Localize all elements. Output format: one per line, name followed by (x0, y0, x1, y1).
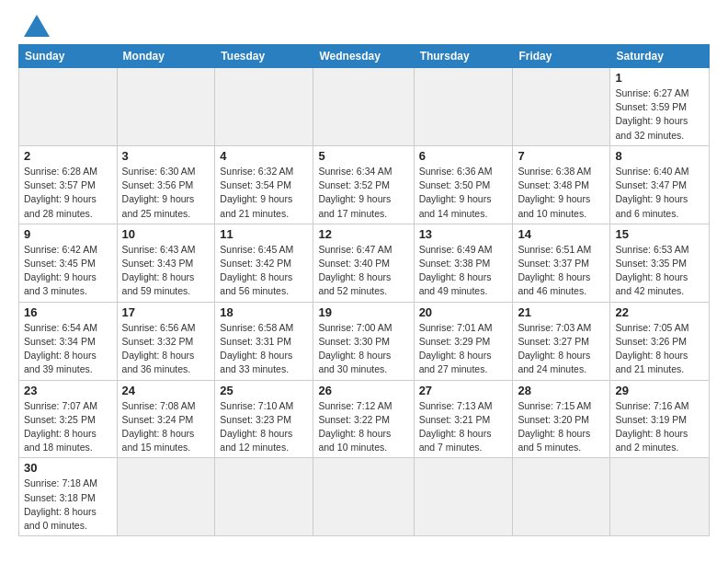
day-info: Sunrise: 7:18 AMSunset: 3:18 PMDaylight:… (24, 477, 112, 533)
calendar-cell: 17Sunrise: 6:56 AMSunset: 3:32 PMDayligh… (117, 302, 215, 380)
day-number: 25 (220, 384, 308, 397)
day-number: 15 (615, 227, 704, 241)
calendar-cell (313, 458, 414, 536)
day-info: Sunrise: 7:03 AMSunset: 3:27 PMDaylight:… (518, 321, 605, 377)
day-info: Sunrise: 7:13 AMSunset: 3:21 PMDaylight:… (419, 399, 508, 455)
day-info: Sunrise: 6:38 AMSunset: 3:48 PMDaylight:… (518, 165, 605, 221)
day-number: 8 (615, 149, 704, 163)
day-info: Sunrise: 6:27 AMSunset: 3:59 PMDaylight:… (615, 86, 704, 143)
calendar-cell: 29Sunrise: 7:16 AMSunset: 3:19 PMDayligh… (610, 380, 710, 458)
calendar-cell: 20Sunrise: 7:01 AMSunset: 3:29 PMDayligh… (414, 302, 513, 380)
calendar-cell (513, 68, 610, 146)
calendar-cell (610, 458, 710, 536)
calendar-cell: 28Sunrise: 7:15 AMSunset: 3:20 PMDayligh… (513, 380, 610, 458)
day-number: 4 (220, 149, 308, 163)
logo (18, 15, 50, 37)
day-info: Sunrise: 7:15 AMSunset: 3:20 PMDaylight:… (518, 399, 605, 455)
calendar-cell: 26Sunrise: 7:12 AMSunset: 3:22 PMDayligh… (313, 380, 414, 458)
calendar-cell (313, 68, 414, 146)
day-number: 22 (615, 305, 704, 319)
day-info: Sunrise: 6:43 AMSunset: 3:43 PMDaylight:… (122, 243, 210, 299)
calendar-cell (117, 68, 215, 146)
day-number: 27 (419, 384, 508, 397)
day-info: Sunrise: 6:58 AMSunset: 3:31 PMDaylight:… (220, 321, 308, 377)
calendar-cell: 23Sunrise: 7:07 AMSunset: 3:25 PMDayligh… (19, 380, 118, 458)
day-number: 23 (24, 384, 112, 397)
day-number: 1 (615, 71, 704, 85)
calendar-cell: 15Sunrise: 6:53 AMSunset: 3:35 PMDayligh… (610, 224, 710, 302)
day-number: 28 (518, 384, 605, 397)
day-number: 30 (24, 461, 112, 475)
col-thursday: Thursday (414, 45, 513, 68)
calendar-cell: 10Sunrise: 6:43 AMSunset: 3:43 PMDayligh… (117, 224, 215, 302)
day-info: Sunrise: 6:28 AMSunset: 3:57 PMDaylight:… (24, 165, 112, 221)
calendar-cell: 5Sunrise: 6:34 AMSunset: 3:52 PMDaylight… (313, 145, 414, 224)
day-info: Sunrise: 7:00 AMSunset: 3:30 PMDaylight:… (318, 321, 408, 377)
calendar-cell: 24Sunrise: 7:08 AMSunset: 3:24 PMDayligh… (117, 380, 215, 458)
col-monday: Monday (117, 45, 215, 68)
calendar-cell: 13Sunrise: 6:49 AMSunset: 3:38 PMDayligh… (414, 224, 513, 302)
day-info: Sunrise: 7:12 AMSunset: 3:22 PMDaylight:… (318, 399, 408, 455)
calendar-cell: 27Sunrise: 7:13 AMSunset: 3:21 PMDayligh… (414, 380, 513, 458)
calendar-cell (215, 458, 313, 536)
logo-area (18, 15, 50, 37)
col-sunday: Sunday (19, 45, 118, 68)
calendar-cell (215, 68, 313, 146)
day-info: Sunrise: 7:01 AMSunset: 3:29 PMDaylight:… (419, 321, 508, 377)
day-number: 3 (122, 149, 210, 163)
day-number: 21 (518, 305, 605, 319)
day-number: 24 (122, 384, 210, 397)
page: Sunday Monday Tuesday Wednesday Thursday… (0, 0, 728, 546)
col-wednesday: Wednesday (313, 45, 414, 68)
calendar-cell: 22Sunrise: 7:05 AMSunset: 3:26 PMDayligh… (610, 302, 710, 380)
day-info: Sunrise: 6:53 AMSunset: 3:35 PMDaylight:… (615, 243, 704, 299)
calendar-cell: 12Sunrise: 6:47 AMSunset: 3:40 PMDayligh… (313, 224, 414, 302)
calendar-cell: 14Sunrise: 6:51 AMSunset: 3:37 PMDayligh… (513, 224, 610, 302)
day-info: Sunrise: 7:16 AMSunset: 3:19 PMDaylight:… (615, 399, 704, 455)
day-number: 29 (615, 384, 704, 397)
day-info: Sunrise: 6:51 AMSunset: 3:37 PMDaylight:… (518, 243, 605, 299)
day-info: Sunrise: 6:49 AMSunset: 3:38 PMDaylight:… (419, 243, 508, 299)
day-info: Sunrise: 7:05 AMSunset: 3:26 PMDaylight:… (615, 321, 704, 377)
day-info: Sunrise: 6:45 AMSunset: 3:42 PMDaylight:… (220, 243, 308, 299)
calendar-cell (414, 68, 513, 146)
day-info: Sunrise: 6:30 AMSunset: 3:56 PMDaylight:… (122, 165, 210, 221)
logo-icon (24, 15, 50, 37)
day-number: 14 (518, 227, 605, 241)
day-info: Sunrise: 6:54 AMSunset: 3:34 PMDaylight:… (24, 321, 112, 377)
calendar-cell: 21Sunrise: 7:03 AMSunset: 3:27 PMDayligh… (513, 302, 610, 380)
day-info: Sunrise: 7:10 AMSunset: 3:23 PMDaylight:… (220, 399, 308, 455)
day-info: Sunrise: 6:42 AMSunset: 3:45 PMDaylight:… (24, 243, 112, 299)
calendar-cell: 30Sunrise: 7:18 AMSunset: 3:18 PMDayligh… (19, 458, 118, 536)
day-number: 11 (220, 227, 308, 241)
day-info: Sunrise: 6:32 AMSunset: 3:54 PMDaylight:… (220, 165, 308, 221)
weekday-header-row: Sunday Monday Tuesday Wednesday Thursday… (19, 45, 710, 68)
calendar-cell: 1Sunrise: 6:27 AMSunset: 3:59 PMDaylight… (610, 68, 710, 146)
calendar-cell: 8Sunrise: 6:40 AMSunset: 3:47 PMDaylight… (610, 145, 710, 224)
day-number: 2 (24, 149, 112, 163)
col-saturday: Saturday (610, 45, 710, 68)
day-info: Sunrise: 6:40 AMSunset: 3:47 PMDaylight:… (615, 165, 704, 221)
col-tuesday: Tuesday (215, 45, 313, 68)
calendar-cell: 6Sunrise: 6:36 AMSunset: 3:50 PMDaylight… (414, 145, 513, 224)
day-info: Sunrise: 7:08 AMSunset: 3:24 PMDaylight:… (122, 399, 210, 455)
day-number: 12 (318, 227, 408, 241)
day-number: 20 (419, 305, 508, 319)
calendar-cell: 18Sunrise: 6:58 AMSunset: 3:31 PMDayligh… (215, 302, 313, 380)
day-number: 7 (518, 149, 605, 163)
day-number: 9 (24, 227, 112, 241)
day-info: Sunrise: 7:07 AMSunset: 3:25 PMDaylight:… (24, 399, 112, 455)
calendar-cell: 25Sunrise: 7:10 AMSunset: 3:23 PMDayligh… (215, 380, 313, 458)
calendar-cell: 2Sunrise: 6:28 AMSunset: 3:57 PMDaylight… (19, 145, 118, 224)
col-friday: Friday (513, 45, 610, 68)
header (18, 15, 710, 37)
calendar-cell: 16Sunrise: 6:54 AMSunset: 3:34 PMDayligh… (19, 302, 118, 380)
calendar-cell: 7Sunrise: 6:38 AMSunset: 3:48 PMDaylight… (513, 145, 610, 224)
calendar-cell (117, 458, 215, 536)
day-number: 17 (122, 305, 210, 319)
day-info: Sunrise: 6:36 AMSunset: 3:50 PMDaylight:… (419, 165, 508, 221)
day-number: 13 (419, 227, 508, 241)
day-number: 19 (318, 305, 408, 319)
day-number: 6 (419, 149, 508, 163)
calendar-table: Sunday Monday Tuesday Wednesday Thursday… (18, 44, 710, 536)
